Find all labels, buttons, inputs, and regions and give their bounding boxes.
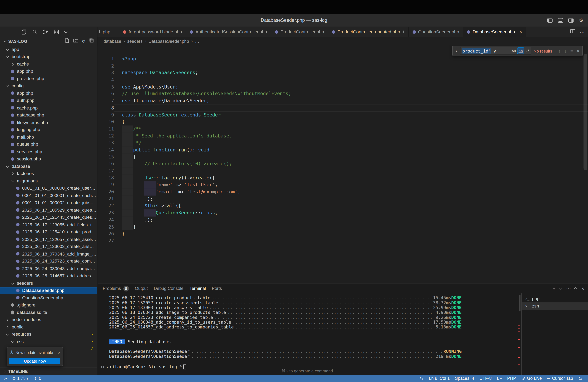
tree-item[interactable]: database.php	[0, 112, 97, 119]
tree-item[interactable]: node_modules	[0, 316, 97, 324]
tree-item[interactable]: factories	[0, 170, 97, 177]
match-case-toggle[interactable]: Aa	[511, 48, 517, 54]
editor-tab[interactable]: DatabaseSeeder.php×	[463, 27, 526, 37]
tree-item[interactable]: cache	[0, 60, 97, 68]
tree-item[interactable]: app	[0, 46, 97, 53]
eol-status[interactable]: LF	[495, 376, 504, 381]
panel-tab-ports[interactable]: Ports	[212, 284, 222, 293]
problems-status[interactable]: ⊗ 1 ⚠ 7	[10, 376, 31, 381]
toggle-panel-icon[interactable]	[558, 18, 563, 22]
breadcrumb-item[interactable]: …	[195, 39, 199, 43]
tree-item[interactable]: logging.php	[0, 126, 97, 134]
more-actions-icon[interactable]: ⋯	[580, 29, 585, 35]
tree-item[interactable]: filesystems.php	[0, 119, 97, 126]
tree-item[interactable]: auth.php	[0, 97, 97, 104]
tree-item[interactable]: bootstrap	[0, 53, 97, 60]
panel-tab-terminal[interactable]: Terminal	[189, 284, 206, 293]
tree-item[interactable]: services.php	[0, 148, 97, 155]
tree-item[interactable]: app.php	[0, 90, 97, 97]
tree-item[interactable]: 2025_06_17_123055_add_fields_to_u…	[0, 221, 97, 228]
new-file-icon[interactable]	[64, 38, 70, 45]
close-panel-icon[interactable]: ×	[581, 286, 584, 291]
toggle-sidebar-left-icon[interactable]	[547, 18, 553, 22]
close-icon[interactable]: ×	[58, 350, 60, 355]
split-editor-icon[interactable]	[570, 29, 575, 35]
editor-tab[interactable]: ProductController_updated.php1	[328, 27, 409, 37]
extensions-icon[interactable]	[54, 29, 59, 35]
panel-tab-output[interactable]: Output	[135, 284, 148, 293]
tree-item[interactable]: queue.php	[0, 141, 97, 148]
close-icon[interactable]: ×	[576, 48, 580, 53]
find-in-selection-icon[interactable]: ≡	[570, 48, 574, 53]
tree-item[interactable]: 2025_06_25_014657_add_address_to…	[0, 272, 97, 280]
source-control-icon[interactable]	[43, 29, 48, 35]
more-actions-icon[interactable]: ⋯	[566, 286, 571, 291]
panel-tab-problems[interactable]: Problems8	[103, 284, 129, 293]
tree-item[interactable]: 2025_06_17_125410_create_products_…	[0, 228, 97, 236]
tree-item[interactable]: database.sqlite	[0, 309, 97, 316]
tree-item[interactable]: DatabaseSeeder.php	[0, 287, 97, 294]
ports-status[interactable]: 0	[31, 376, 43, 381]
cursor-tab-status[interactable]: ⇥ Cursor Tab	[545, 376, 575, 381]
breadcrumb-item[interactable]: database	[104, 39, 121, 43]
notifications-bell-icon[interactable]	[576, 376, 584, 381]
language-mode[interactable]: PHP	[505, 376, 518, 381]
new-terminal-icon[interactable]: +	[553, 286, 555, 291]
editor-tab[interactable]: AuthenticatedSessionController.php	[186, 27, 271, 37]
tree-item[interactable]: database	[0, 163, 97, 170]
tree-item[interactable]: .gitignore	[0, 301, 97, 309]
toggle-sidebar-right-icon[interactable]	[568, 18, 574, 22]
find-input[interactable]: product_id" v Aa ab .*	[460, 47, 531, 55]
go-live-button[interactable]: Go Live	[519, 376, 544, 381]
tree-item[interactable]: session.php	[0, 155, 97, 163]
tree-item[interactable]: 2025_06_17_105529_create_question_…	[0, 206, 97, 214]
settings-gear-icon[interactable]: ⚙	[579, 18, 584, 23]
terminal-session[interactable]: >_php	[522, 295, 588, 303]
cursor-position[interactable]: Ln 8, Col 1	[427, 376, 452, 381]
update-now-button[interactable]: Update now	[9, 358, 60, 364]
search-icon[interactable]	[418, 376, 425, 381]
tree-item[interactable]: 0001_01_01_000000_create_users_ta…	[0, 184, 97, 192]
tree-item[interactable]: 2025_06_17_132057_create_assessme…	[0, 236, 97, 243]
timeline-section-header[interactable]: TIMELINE	[0, 367, 97, 375]
tree-item[interactable]: providers.php	[0, 75, 97, 82]
regex-toggle[interactable]: .*	[524, 48, 531, 54]
editor-tab[interactable]: b.php	[98, 27, 119, 37]
tree-item[interactable]: config	[0, 82, 97, 90]
tree-item[interactable]: resources●	[0, 331, 97, 338]
search-icon[interactable]	[32, 29, 37, 35]
tree-item[interactable]: migrations	[0, 177, 97, 185]
tree-item[interactable]: css●	[0, 338, 97, 345]
tree-item[interactable]: app.php	[0, 68, 97, 75]
breadcrumb-item[interactable]: DatabaseSeeder.php	[148, 39, 189, 43]
editor-tab[interactable]: QuestionSeeder.php	[409, 27, 463, 37]
editor-tab[interactable]: forgot-password.blade.php	[119, 27, 186, 37]
tree-item[interactable]: 0001_01_01_000001_create_cache_ta…	[0, 192, 97, 199]
previous-match-icon[interactable]: ↑	[558, 48, 561, 53]
tree-item[interactable]: 0001_01_01_000002_create_jobs_tab…	[0, 199, 97, 207]
tree-item[interactable]: cache.php	[0, 104, 97, 112]
close-icon[interactable]: ×	[519, 29, 522, 34]
new-folder-icon[interactable]	[73, 38, 78, 45]
explorer-icon[interactable]	[21, 29, 27, 35]
chevron-down-icon[interactable]	[64, 30, 67, 33]
editor-tab[interactable]: ProductController.php	[271, 27, 328, 37]
tree-item[interactable]: QuestionSeeder.php	[0, 294, 97, 302]
encoding-status[interactable]: UTF-8	[478, 376, 494, 381]
tree-item[interactable]: 2025_06_18_070343_add_image_to_…	[0, 250, 97, 258]
tree-item[interactable]: 2025_06_17_121443_create_questions_…	[0, 214, 97, 221]
indentation-status[interactable]: Spaces: 4	[453, 376, 476, 381]
remote-indicator[interactable]: ><	[2, 376, 10, 381]
refresh-icon[interactable]: ↻	[82, 39, 85, 43]
whole-word-toggle[interactable]: ab	[517, 48, 524, 54]
terminal-scrollbar[interactable]	[519, 295, 521, 311]
code-editor[interactable]: › product_id" v Aa ab .* No results ↑ ↓ …	[98, 46, 588, 283]
terminal[interactable]: 2025_06_17_125410_create_products_table …	[98, 293, 517, 375]
tree-item[interactable]: mail.php	[0, 134, 97, 141]
terminal-session[interactable]: >_zsh	[522, 302, 588, 310]
tree-item[interactable]: 2025_06_24_030048_add_company_…	[0, 265, 97, 272]
tree-item[interactable]: public	[0, 323, 97, 331]
tree-item[interactable]: 2025_06_17_133003_create_answers_…	[0, 243, 97, 250]
next-match-icon[interactable]: ↓	[564, 48, 567, 53]
file-tree[interactable]: appbootstrapcacheapp.phpproviders.phpcon…	[0, 46, 97, 367]
